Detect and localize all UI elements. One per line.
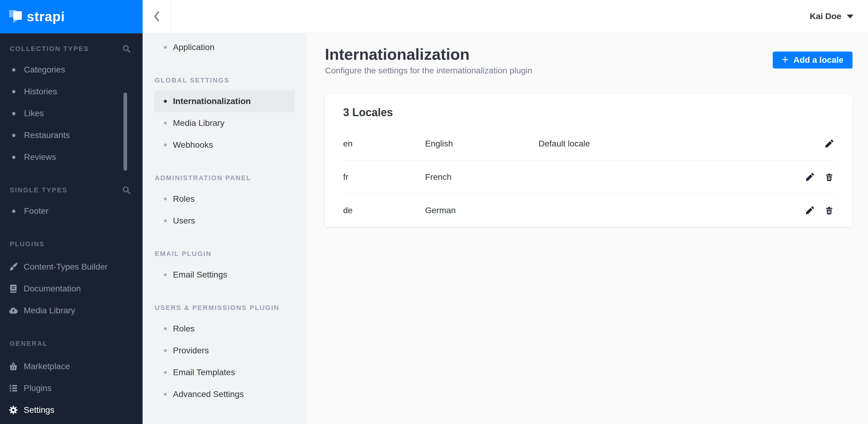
locale-code: en: [343, 139, 425, 149]
edit-locale-button[interactable]: [805, 205, 815, 216]
edit-locale-button[interactable]: [824, 139, 834, 149]
section-general: GENERAL Marketplace: [0, 337, 143, 421]
settings-nav-item-label: Internationalization: [173, 96, 251, 106]
strapi-logo[interactable]: strapi: [0, 0, 143, 33]
bullet-icon: [164, 349, 167, 352]
sidebar-item-categories[interactable]: Categories: [0, 59, 143, 81]
settings-nav-item-internationalization[interactable]: Internationalization: [154, 90, 295, 112]
settings-nav-item-email-templates[interactable]: Email Templates: [154, 361, 295, 383]
settings-nav-item-media-library[interactable]: Media Library: [154, 112, 295, 134]
settings-nav-item-admin-roles[interactable]: Roles: [154, 188, 295, 210]
add-locale-label: Add a locale: [794, 55, 843, 65]
bullet-icon: [12, 209, 16, 213]
locale-row-en[interactable]: en English Default locale: [325, 127, 852, 160]
strapi-admin: strapi COLLECTION TYPES Catego: [0, 0, 868, 424]
pencil-icon: [805, 206, 814, 215]
pencil-icon: [825, 139, 834, 148]
user-menu-button[interactable]: Kai Doe: [810, 0, 854, 33]
sidebar-item-media-library[interactable]: Media Library: [0, 300, 143, 322]
main-sidebar: strapi COLLECTION TYPES Catego: [0, 0, 143, 424]
single-types-search-button[interactable]: [122, 186, 131, 195]
book-icon: [8, 283, 19, 294]
sidebar-item-label: Content-Types Builder: [24, 262, 108, 272]
bullet-icon: [164, 122, 167, 125]
locale-row-de[interactable]: de German: [325, 194, 852, 227]
settings-nav-item-providers[interactable]: Providers: [154, 340, 295, 361]
sidebar-item-restaurants[interactable]: Restaurants: [0, 124, 143, 146]
sidebar-item-documentation[interactable]: Documentation: [0, 278, 143, 300]
sidebar-item-likes[interactable]: Likes: [0, 102, 143, 124]
sidebar-item-reviews[interactable]: Reviews: [0, 146, 143, 168]
settings-nav: Application GLOBAL SETTINGS Internationa…: [143, 33, 306, 424]
topbar: Kai Doe: [143, 0, 868, 33]
list-icon: [8, 383, 19, 394]
sidebar-item-histories[interactable]: Histories: [0, 81, 143, 102]
bullet-icon: [12, 68, 16, 72]
sidebar-item-label: Reviews: [24, 152, 56, 162]
strapi-logo-icon: [9, 10, 22, 23]
sidebar-item-settings[interactable]: Settings: [0, 399, 143, 421]
back-button[interactable]: [143, 0, 172, 33]
locale-name: French: [425, 172, 538, 182]
sidebar-item-label: Media Library: [24, 306, 75, 316]
locales-card-title: 3 Locales: [325, 95, 852, 127]
settings-nav-item-label: Roles: [173, 194, 195, 204]
locale-row-fr[interactable]: fr French: [325, 161, 852, 194]
settings-section-header: ADMINISTRATION PANEL: [155, 171, 294, 185]
basket-icon: [8, 361, 19, 372]
section-collection-types: COLLECTION TYPES Categories: [0, 42, 143, 168]
locale-code: de: [343, 206, 425, 215]
section-label: SINGLE TYPES: [10, 186, 67, 194]
section-plugins: PLUGINS Content-Types Builder: [0, 237, 143, 322]
settings-nav-item-advanced-settings[interactable]: Advanced Settings: [154, 383, 295, 405]
locale-name: German: [425, 206, 538, 215]
settings-section-email-plugin: EMAIL PLUGIN Email Settings: [143, 247, 306, 286]
section-header: PLUGINS: [0, 237, 143, 251]
locale-note: Default locale: [538, 139, 834, 149]
sidebar-item-content-types-builder[interactable]: Content-Types Builder: [0, 256, 143, 278]
delete-locale-button[interactable]: [824, 172, 834, 182]
sidebar-item-marketplace[interactable]: Marketplace: [0, 355, 143, 377]
add-locale-button[interactable]: + Add a locale: [773, 52, 852, 69]
main-content: Internationalization Configure the setti…: [306, 33, 868, 424]
user-name: Kai Doe: [810, 11, 841, 21]
sidebar-item-label: Restaurants: [24, 130, 70, 140]
settings-section-header: GLOBAL SETTINGS: [155, 73, 294, 87]
settings-nav-item-label: Application: [173, 42, 215, 52]
locale-code: fr: [343, 172, 425, 182]
collection-types-search-button[interactable]: [122, 44, 131, 54]
settings-nav-item-up-roles[interactable]: Roles: [154, 318, 295, 340]
locale-name: English: [425, 139, 538, 149]
sidebar-item-label: Documentation: [24, 284, 81, 294]
settings-nav-item-label: Media Library: [173, 118, 224, 128]
sidebar-item-plugins[interactable]: Plugins: [0, 377, 143, 399]
section-header: SINGLE TYPES: [0, 183, 143, 197]
sidebar-scrollbar[interactable]: [123, 93, 127, 171]
delete-locale-button[interactable]: [824, 205, 834, 216]
settings-nav-item-application[interactable]: Application: [154, 36, 295, 58]
settings-section-header: USERS & PERMISSIONS PLUGIN: [155, 301, 294, 315]
settings-nav-item-webhooks[interactable]: Webhooks: [154, 134, 295, 156]
settings-nav-item-admin-users[interactable]: Users: [154, 210, 295, 232]
paintbrush-icon: [8, 261, 19, 272]
settings-section-users-permissions-plugin: USERS & PERMISSIONS PLUGIN Roles Provide…: [143, 301, 306, 405]
gear-icon: [8, 404, 19, 416]
section-label: COLLECTION TYPES: [10, 45, 89, 53]
settings-section-global-settings: GLOBAL SETTINGS Internationalization Med…: [143, 73, 306, 156]
settings-nav-item-label: Email Templates: [173, 367, 235, 377]
bullet-icon: [164, 100, 167, 103]
search-icon: [122, 44, 131, 54]
settings-nav-item-email-settings[interactable]: Email Settings: [154, 264, 295, 286]
sidebar-item-footer[interactable]: Footer: [0, 200, 143, 222]
sidebar-item-label: Footer: [24, 206, 49, 216]
caret-down-icon: [847, 14, 854, 19]
settings-section-administration-panel: ADMINISTRATION PANEL Roles Users: [143, 171, 306, 232]
edit-locale-button[interactable]: [805, 172, 815, 182]
section-label: PLUGINS: [10, 240, 44, 248]
settings-nav-item-label: Providers: [173, 346, 209, 355]
sidebar-item-label: Settings: [24, 405, 54, 415]
bullet-icon: [164, 393, 167, 396]
section-single-types: SINGLE TYPES Footer: [0, 183, 143, 222]
page-header: Internationalization Configure the setti…: [325, 45, 852, 76]
bullet-icon: [164, 46, 167, 49]
